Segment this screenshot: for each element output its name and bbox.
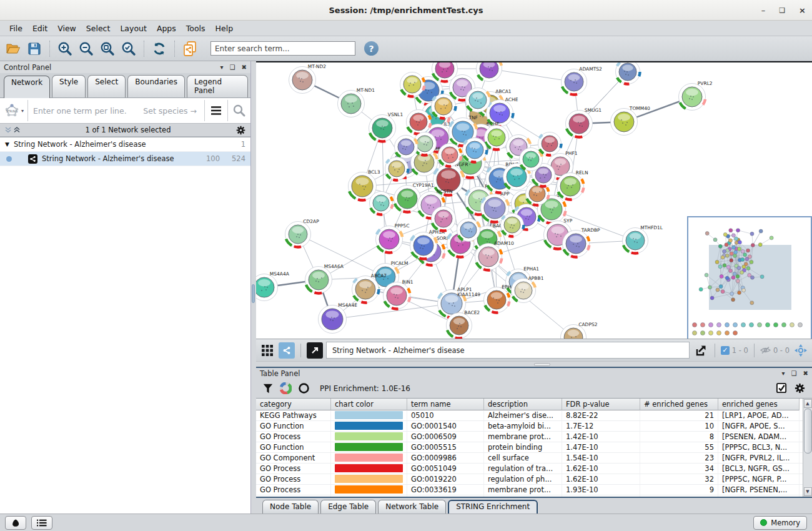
column-header-chart-color[interactable]: chart color <box>331 399 407 410</box>
node-MS4A4A[interactable]: MS4A4A <box>256 271 290 301</box>
task-list-button[interactable] <box>31 516 52 530</box>
task-history-button[interactable] <box>5 516 26 530</box>
node[interactable] <box>538 132 562 156</box>
zoom-out-button[interactable] <box>77 39 96 58</box>
menu-item-select[interactable]: Select <box>82 22 115 35</box>
tab-node-table[interactable]: Node Table <box>262 500 319 514</box>
table-panel-close-icon[interactable]: ✖ <box>803 370 808 377</box>
node-MS4A4E[interactable]: MS4A4E <box>319 302 358 334</box>
zoom-selected-button[interactable] <box>119 39 138 58</box>
zoom-in-button[interactable] <box>56 39 74 58</box>
table-row[interactable]: KEGG Pathways05010Alzheimer's dise...8.8… <box>256 410 803 421</box>
pan-navigation-button[interactable] <box>793 342 809 359</box>
column-header-category[interactable]: category <box>256 399 331 410</box>
column-header-FDR-p-value[interactable]: FDR p-value <box>562 399 640 410</box>
node-VSNL1[interactable]: VSNL1 <box>369 112 404 142</box>
node[interactable] <box>432 94 456 119</box>
open-session-button[interactable] <box>4 39 22 58</box>
gear-icon[interactable] <box>235 125 246 136</box>
column-header-term-name[interactable]: term name <box>407 399 484 410</box>
birds-eye-navigator[interactable] <box>687 216 812 339</box>
node[interactable] <box>501 214 524 237</box>
tab-network-table[interactable]: Network Table <box>378 500 446 514</box>
panel-splitter[interactable] <box>251 61 256 514</box>
species-hint[interactable]: Set species → <box>143 106 204 116</box>
table-row[interactable]: GO ProcessGO:0006509membrane prot...1.42… <box>256 432 803 442</box>
splitter-handle[interactable] <box>252 284 255 303</box>
node-CADPS2[interactable]: CADPS2 <box>561 322 598 339</box>
filter-icon[interactable] <box>262 383 274 394</box>
chart-color-wheel-icon[interactable] <box>280 382 292 394</box>
node[interactable] <box>432 207 456 231</box>
scroll-thumb[interactable] <box>804 409 812 454</box>
tab-edge-table[interactable]: Edge Table <box>320 500 376 514</box>
node-PVRL2[interactable]: PVRL2 <box>679 81 713 111</box>
refresh-layout-button[interactable] <box>150 39 169 58</box>
select-all-checkbox-icon[interactable] <box>776 382 788 394</box>
scroll-down-arrow[interactable]: ▼ <box>804 487 812 496</box>
node[interactable] <box>457 219 480 242</box>
menu-item-view[interactable]: View <box>53 22 81 35</box>
column-header-description[interactable]: description <box>484 399 562 410</box>
tab-boundaries[interactable]: Boundaries <box>127 75 185 97</box>
menu-item-help[interactable]: Help <box>211 22 238 35</box>
copy-network-button[interactable] <box>181 39 199 58</box>
node-TOMM40[interactable]: TOMM40 <box>611 106 650 136</box>
string-protein-query-dropdown[interactable]: STRING ▾ <box>0 102 27 119</box>
close-button[interactable]: × <box>799 6 806 14</box>
column-header--enriched-genes[interactable]: # enriched genes <box>640 399 718 410</box>
node[interactable] <box>400 72 425 97</box>
memory-button[interactable]: Memory <box>753 516 807 530</box>
node[interactable] <box>485 126 509 150</box>
network-row[interactable]: String Network - Alzheimer's disease 100… <box>0 152 250 166</box>
node-MS4A6A[interactable]: MS4A6A <box>305 264 344 294</box>
node[interactable] <box>616 62 640 84</box>
menu-item-tools[interactable]: Tools <box>182 22 210 35</box>
table-row[interactable]: GO ProcessGO:0019220regulation of ph...1… <box>256 474 803 485</box>
tab-network[interactable]: Network <box>4 76 50 98</box>
share-view-button[interactable] <box>279 342 295 359</box>
menu-item-layout[interactable]: Layout <box>116 22 151 35</box>
table-panel-float-icon[interactable]: ❑ <box>791 370 797 377</box>
node[interactable] <box>395 136 418 159</box>
tab-legend-panel[interactable]: Legend Panel <box>187 75 248 97</box>
table-splitter[interactable] <box>256 361 812 367</box>
maximize-button[interactable]: ❑ <box>779 7 785 14</box>
node[interactable] <box>385 157 408 181</box>
tab-style[interactable]: Style <box>52 75 86 97</box>
save-session-button[interactable] <box>25 39 44 58</box>
table-scrollbar[interactable]: ▲ ▼ <box>803 399 812 497</box>
selected-nodes-icon[interactable]: ✓ <box>721 346 730 355</box>
string-term-input[interactable] <box>28 106 143 116</box>
panel-float-icon[interactable]: ❑ <box>230 64 235 71</box>
node[interactable] <box>438 144 462 167</box>
search-input[interactable] <box>210 41 355 56</box>
menu-item-apps[interactable]: Apps <box>152 22 181 35</box>
node-MT-ND1[interactable]: MT-ND1 <box>338 87 375 117</box>
string-search-button[interactable] <box>228 98 250 123</box>
table-row[interactable]: GO ProcessGO:0033619membrane prot...1.93… <box>256 485 803 495</box>
collapse-expand-icons[interactable] <box>4 126 21 134</box>
hidden-eye-icon[interactable] <box>760 346 771 354</box>
table-settings-gear-icon[interactable] <box>794 382 806 394</box>
panel-dock-icon[interactable]: ▾ <box>220 64 224 71</box>
node[interactable] <box>407 110 431 134</box>
column-header-enriched-genes[interactable]: enriched genes <box>718 399 800 410</box>
zoom-fit-button[interactable] <box>98 39 117 58</box>
node[interactable] <box>466 88 490 112</box>
export-network-button[interactable] <box>693 342 709 359</box>
node[interactable] <box>477 62 502 82</box>
node-MTHFD1L[interactable]: MTHFD1L <box>623 225 663 254</box>
table-splitter-handle[interactable] <box>534 363 550 366</box>
minimize-button[interactable]: – <box>761 6 766 14</box>
scroll-up-arrow[interactable]: ▲ <box>804 399 812 408</box>
table-panel-dock-icon[interactable]: ▾ <box>782 370 785 377</box>
menu-item-edit[interactable]: Edit <box>28 22 52 35</box>
node[interactable] <box>463 138 487 162</box>
tab-string-enrichment[interactable]: STRING Enrichment <box>448 500 538 514</box>
grid-view-button[interactable] <box>259 342 275 359</box>
node-ADAMTS2[interactable]: ADAMTS2 <box>562 66 602 95</box>
panel-close-icon[interactable]: ✖ <box>242 64 247 71</box>
node[interactable] <box>520 148 543 171</box>
reset-ring-icon[interactable] <box>298 382 310 394</box>
